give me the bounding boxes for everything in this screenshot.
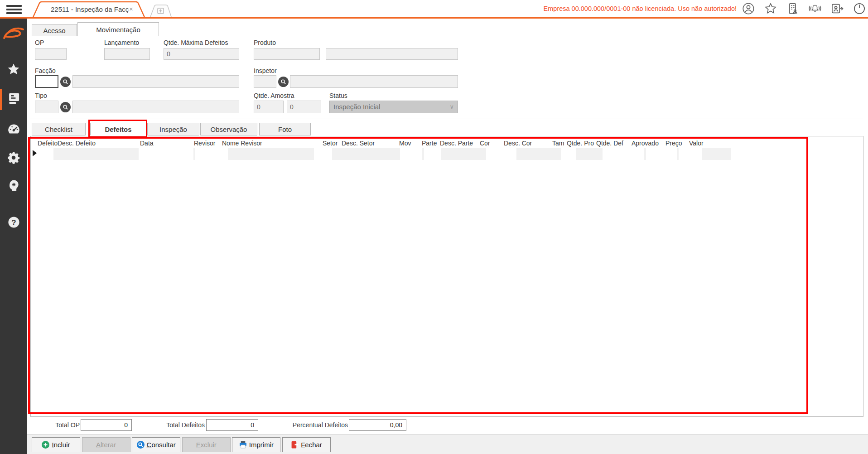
empty-cell-placeholder (53, 148, 139, 160)
consultar-button[interactable]: Consultar (132, 437, 180, 452)
alterar-button: Alterar (82, 437, 130, 452)
defeitos-grid[interactable] (30, 136, 863, 417)
column-header-desc-parte[interactable]: Desc. Parte (440, 140, 480, 147)
empty-cell-placeholder (228, 148, 314, 160)
fechar-button[interactable]: Fechar (282, 437, 331, 452)
percentual-defeitos-label: Percentual Defeitos (285, 421, 348, 429)
column-header-cor[interactable]: Cor (480, 140, 504, 147)
button-label: Excluir (196, 441, 217, 449)
qtde-amostra-input-2[interactable] (287, 101, 321, 113)
section-divider (30, 119, 863, 119)
column-header-revisor[interactable]: Revisor (194, 140, 222, 147)
chevron-down-icon: ∨ (449, 101, 454, 113)
column-header-data[interactable]: Data (140, 140, 194, 147)
column-header-desc-defeito[interactable]: Desc. Defeito (58, 140, 140, 147)
window-tab[interactable]: 22511 - Inspeção da Facç × (33, 1, 147, 18)
column-header-defeito[interactable]: Defeito (38, 140, 58, 147)
company-building-icon[interactable] (786, 2, 799, 15)
dashboard-gauge-icon[interactable] (6, 121, 21, 137)
empty-cell-placeholder (677, 148, 679, 160)
inspetor-label: Inspetor (254, 67, 277, 74)
produto-label: Produto (254, 39, 276, 46)
column-header-tam[interactable]: Tam (552, 140, 567, 147)
empty-cell-placeholder (422, 148, 424, 160)
new-tab-button[interactable] (149, 5, 172, 17)
imprimir-button[interactable]: Imprimir (232, 437, 280, 452)
current-row-marker-icon (33, 150, 37, 156)
button-label: Alterar (96, 441, 116, 449)
percentual-defeitos-value (349, 419, 406, 431)
tipo-code-input[interactable] (35, 101, 58, 113)
help-icon[interactable]: ? (6, 214, 21, 230)
tipo-description-input[interactable] (72, 101, 239, 113)
exit-door-icon (291, 441, 299, 449)
faccao-description-input[interactable] (72, 75, 239, 88)
tab-checklist[interactable]: Checklist (32, 123, 86, 135)
tipo-search-icon[interactable] (60, 102, 71, 112)
button-label: Fechar (301, 441, 322, 449)
column-header-nome-revisor[interactable]: Nome Revisor (222, 140, 323, 147)
tab-acesso[interactable]: Acesso (32, 24, 77, 36)
column-header-valor[interactable]: Valor (689, 140, 716, 147)
qtde-maxima-defeitos-input[interactable] (164, 48, 239, 60)
produto-description-input[interactable] (326, 48, 458, 60)
incluir-button[interactable]: Incluir (32, 437, 80, 452)
column-header-qtde-def[interactable]: Qtde. Def (596, 140, 632, 147)
power-icon[interactable] (853, 2, 866, 15)
empty-cell-placeholder (702, 148, 731, 160)
table-header-row: DefeitoDesc. DefeitoDataRevisorNome Revi… (38, 140, 716, 147)
settings-gear-icon[interactable] (6, 150, 21, 165)
total-op-value (81, 419, 132, 431)
brand-logo[interactable] (2, 27, 24, 42)
button-label: Consultar (147, 441, 176, 449)
column-header-parte[interactable]: Parte (422, 140, 440, 147)
inspetor-search-icon[interactable] (278, 77, 289, 87)
logout-user-icon[interactable] (831, 2, 844, 15)
top-bar: 22511 - Inspeção da Facç × Empresa 00.00… (0, 0, 868, 17)
column-header-aprovado[interactable]: Aprovado (632, 140, 665, 147)
license-warning: Empresa 00.000.000/0001-00 não licenciad… (544, 5, 737, 12)
user-icon[interactable] (742, 2, 755, 15)
empty-cell-placeholder (193, 148, 195, 160)
sidebar: ? (0, 19, 27, 454)
status-label: Status (329, 92, 347, 99)
inspetor-code-input[interactable] (254, 75, 276, 88)
notifications-bell-icon[interactable] (809, 2, 821, 15)
produto-code-input[interactable] (254, 48, 320, 60)
favorites-star-icon[interactable] (6, 62, 21, 77)
button-label: Incluir (52, 441, 70, 449)
empty-cell-placeholder (516, 148, 561, 160)
accent-divider (0, 17, 868, 19)
column-header-mov[interactable]: Mov (399, 140, 422, 147)
tab-foto[interactable]: Foto (259, 123, 311, 135)
total-defeitos-label: Total Defeitos (158, 421, 205, 429)
faccao-search-icon[interactable] (60, 77, 71, 87)
column-header-preco[interactable]: Preço (665, 140, 689, 147)
close-tab-icon[interactable]: × (129, 5, 133, 13)
qtde-amostra-input-1[interactable] (254, 101, 284, 113)
tipo-label: Tipo (35, 92, 47, 99)
op-input[interactable] (35, 48, 67, 60)
tab-observacao[interactable]: Observação (200, 123, 257, 135)
column-header-setor[interactable]: Setor (323, 140, 342, 147)
column-header-desc-cor[interactable]: Desc. Cor (504, 140, 552, 147)
tab-inspecao[interactable]: Inspeção (147, 123, 199, 135)
movements-report-icon[interactable] (6, 90, 21, 106)
application-window: 22511 - Inspeção da Facç × Empresa 00.00… (0, 0, 868, 454)
faccao-code-input[interactable] (35, 75, 58, 88)
column-header-qtde-pro[interactable]: Qtde. Pro (567, 140, 596, 147)
status-select[interactable]: Inspeção Inicial ∨ (329, 101, 458, 113)
hamburger-menu-icon[interactable] (6, 5, 22, 15)
inspetor-description-input[interactable] (290, 75, 458, 88)
status-value: Inspeção Inicial (333, 103, 380, 111)
faccao-label: Facção (35, 67, 56, 74)
lancamento-label: Lançamento (104, 39, 139, 46)
tab-defeitos[interactable]: Defeitos (90, 123, 146, 135)
op-label: OP (35, 39, 44, 46)
tab-movimentacao[interactable]: Movimentação (77, 22, 159, 36)
tab-title: 22511 - Inspeção da Facç (51, 5, 123, 13)
lancamento-input[interactable] (104, 48, 150, 60)
favorite-star-icon[interactable] (764, 2, 777, 15)
column-header-desc-setor[interactable]: Desc. Setor (342, 140, 399, 147)
ai-head-icon[interactable] (6, 178, 21, 193)
